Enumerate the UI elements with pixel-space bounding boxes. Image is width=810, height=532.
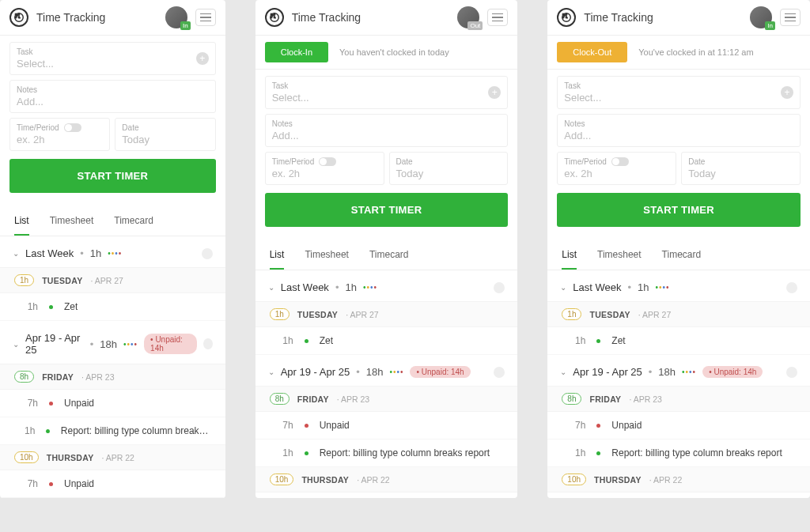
day-row[interactable]: 8h FRIDAY · APR 23 xyxy=(255,387,518,412)
hours-pill: 10h xyxy=(270,474,294,485)
group-hours: 18h xyxy=(366,366,384,378)
period-toggle[interactable] xyxy=(319,157,336,166)
status-dot-icon xyxy=(49,402,53,406)
app-logo-icon xyxy=(9,8,28,27)
tab-timesheet[interactable]: Timesheet xyxy=(50,215,94,236)
tab-timesheet[interactable]: Timesheet xyxy=(305,249,349,270)
day-row[interactable]: 10h THURSDAY · APR 22 xyxy=(547,467,810,492)
clock-status-text: You've clocked in at 11:12 am xyxy=(638,47,753,57)
time-entry[interactable]: 1h Zet xyxy=(547,327,810,355)
task-field[interactable]: Task Select... + xyxy=(9,42,216,75)
status-dot-icon xyxy=(305,339,308,343)
check-icon[interactable] xyxy=(786,367,797,378)
tab-timecard[interactable]: Timecard xyxy=(114,215,153,236)
entry-text: Unpaid xyxy=(611,420,642,431)
week-group-header[interactable]: ⌄ Apr 19 - Apr 25 • 18h ••••Unpaid: 14h xyxy=(255,355,518,387)
date-field[interactable]: Date Today xyxy=(115,118,215,151)
status-dot-icon xyxy=(46,429,49,433)
week-group-header[interactable]: ⌄ Last Week • 1h •••• xyxy=(255,270,518,302)
time-tracking-panel: Time Tracking In Task Select... + Notes … xyxy=(0,0,225,498)
start-timer-button[interactable]: START TIMER xyxy=(9,159,216,193)
status-dot-icon xyxy=(596,339,600,343)
group-hours: 18h xyxy=(658,366,676,378)
task-field[interactable]: Task Select... + xyxy=(557,76,801,109)
week-group-header[interactable]: ⌄ Apr 19 - Apr 25 • 18h ••••Unpaid: 14h xyxy=(547,355,810,387)
time-field[interactable]: Time/Period ex. 2h xyxy=(265,152,384,185)
day-row[interactable]: 10h THURSDAY · APR 22 xyxy=(0,445,225,470)
time-field[interactable]: Time/Period ex. 2h xyxy=(557,152,676,185)
entry-form: Task Select... + Notes Add... Time/Perio… xyxy=(0,36,225,202)
time-entry[interactable]: 7h Unpaid xyxy=(255,412,518,440)
start-timer-button[interactable]: START TIMER xyxy=(265,193,509,227)
time-label: Time/Period xyxy=(272,157,377,166)
day-row[interactable]: 10h THURSDAY · APR 22 xyxy=(255,467,518,492)
tab-list[interactable]: List xyxy=(270,249,285,270)
avatar[interactable]: In xyxy=(165,6,187,28)
task-placeholder: Select... xyxy=(17,58,209,70)
day-row[interactable]: 8h FRIDAY · APR 23 xyxy=(547,387,810,412)
entry-hours: 7h xyxy=(14,478,38,489)
time-entry[interactable]: 7h Unpaid xyxy=(0,470,225,498)
date-field[interactable]: Date Today xyxy=(389,152,509,185)
day-date: · APR 23 xyxy=(337,394,369,404)
check-icon[interactable] xyxy=(203,338,213,349)
status-dot-icon xyxy=(49,482,53,486)
notes-placeholder: Add... xyxy=(17,96,209,108)
check-icon[interactable] xyxy=(494,282,505,293)
tab-list[interactable]: List xyxy=(562,249,577,270)
time-entry[interactable]: 1h Report: billing type column breaks re… xyxy=(547,440,810,467)
check-icon[interactable] xyxy=(786,282,797,293)
week-group-header[interactable]: ⌄ Last Week • 1h •••• xyxy=(547,270,810,302)
start-timer-button[interactable]: START TIMER xyxy=(557,193,801,227)
date-field[interactable]: Date Today xyxy=(681,152,801,185)
avatar[interactable]: In xyxy=(750,6,772,28)
day-row[interactable]: 8h FRIDAY · APR 23 xyxy=(0,364,225,390)
hours-pill: 8h xyxy=(270,393,290,405)
notes-field[interactable]: Notes Add... xyxy=(9,80,216,113)
notes-field[interactable]: Notes Add... xyxy=(557,114,801,147)
tab-list[interactable]: List xyxy=(14,215,29,236)
add-icon[interactable]: + xyxy=(488,86,501,99)
tab-timecard[interactable]: Timecard xyxy=(662,249,702,270)
time-entry[interactable]: 1h Report: billing type column breaks re… xyxy=(0,417,225,445)
check-icon[interactable] xyxy=(202,248,213,259)
day-date: · APR 23 xyxy=(629,394,661,404)
entry-text: Unpaid xyxy=(320,420,350,431)
tabs: ListTimesheetTimecard xyxy=(0,202,225,236)
day-row[interactable]: 1h TUESDAY · APR 27 xyxy=(255,302,518,327)
day-date: · APR 27 xyxy=(638,310,671,319)
week-group-header[interactable]: ⌄ Apr 19 - Apr 25 • 18h ••••Unpaid: 14h xyxy=(0,321,225,364)
task-field[interactable]: Task Select... + xyxy=(265,76,509,109)
period-toggle[interactable] xyxy=(64,123,81,132)
time-entry[interactable]: 1h Report: billing type column breaks re… xyxy=(255,440,518,467)
notes-field[interactable]: Notes Add... xyxy=(265,114,509,147)
menu-icon[interactable] xyxy=(195,9,216,26)
tab-timesheet[interactable]: Timesheet xyxy=(597,249,642,270)
clock-button[interactable]: Clock-Out xyxy=(557,42,627,62)
week-group-header[interactable]: ⌄ Last Week • 1h •••• xyxy=(0,236,225,268)
avatar[interactable]: Out xyxy=(457,6,479,28)
entry-text: Unpaid xyxy=(64,478,94,489)
day-date: · APR 22 xyxy=(357,475,389,485)
notes-placeholder: Add... xyxy=(272,130,502,141)
time-entry[interactable]: 1h Zet xyxy=(255,327,518,355)
add-icon[interactable]: + xyxy=(781,86,793,99)
status-badge: In xyxy=(180,21,191,30)
add-icon[interactable]: + xyxy=(196,52,209,65)
day-row[interactable]: 1h TUESDAY · APR 27 xyxy=(547,302,810,327)
menu-icon[interactable] xyxy=(487,9,508,26)
time-entry[interactable]: 7h Unpaid xyxy=(547,412,810,440)
check-icon[interactable] xyxy=(494,367,505,378)
time-field[interactable]: Time/Period ex. 2h xyxy=(9,118,110,151)
time-entry[interactable]: 7h Unpaid xyxy=(0,390,225,417)
day-date: · APR 23 xyxy=(81,372,114,382)
clock-button[interactable]: Clock-In xyxy=(265,42,328,62)
tab-timecard[interactable]: Timecard xyxy=(369,249,409,270)
entry-hours: 1h xyxy=(14,425,35,436)
period-toggle[interactable] xyxy=(611,157,629,166)
menu-icon[interactable] xyxy=(780,9,801,26)
day-row[interactable]: 1h TUESDAY · APR 27 xyxy=(0,268,225,293)
task-placeholder: Select... xyxy=(272,92,502,104)
entry-form: Task Select... + Notes Add... Time/Perio… xyxy=(255,70,518,236)
time-entry[interactable]: 1h Zet xyxy=(0,293,225,321)
